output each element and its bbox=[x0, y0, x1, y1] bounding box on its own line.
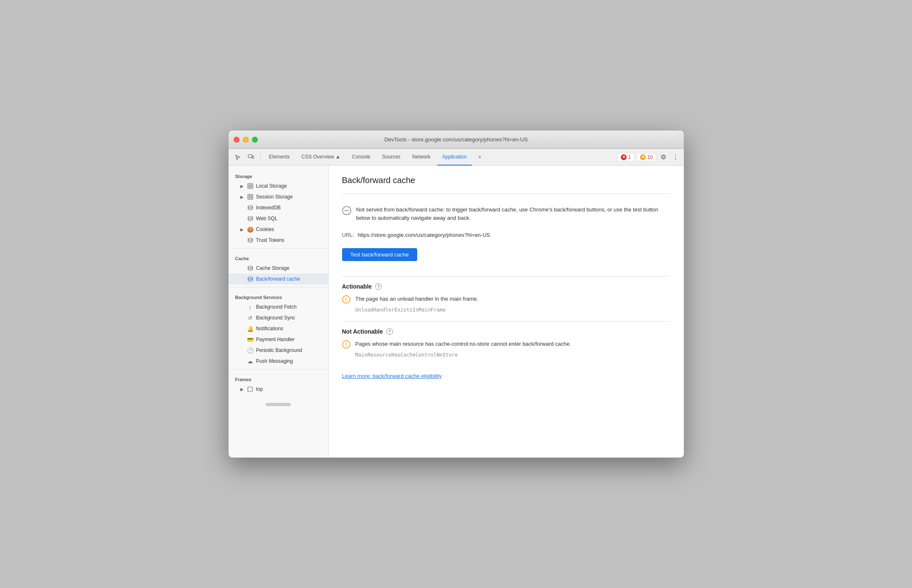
toolbar-separator bbox=[260, 153, 261, 161]
actionable-code: UnloadHandlerExistsInMainFrame bbox=[342, 307, 670, 313]
svg-rect-17 bbox=[248, 387, 252, 392]
url-label: URL: bbox=[342, 232, 355, 238]
close-button[interactable] bbox=[234, 137, 239, 143]
sidebar-item-push-messaging[interactable]: ▶ ☁ Push Messaging bbox=[229, 356, 328, 367]
sidebar-item-periodic-background[interactable]: ▶ 🕐 Periodic Background bbox=[229, 345, 328, 356]
warning-count-badge[interactable]: ✕ 10 bbox=[637, 153, 656, 161]
sidebar-item-payment-handler[interactable]: ▶ 💳 Payment Handler bbox=[229, 334, 328, 345]
info-message: Not served from back/forward cache: to t… bbox=[356, 206, 670, 222]
session-storage-label: Session Storage bbox=[256, 194, 293, 200]
cursor-tool-icon[interactable] bbox=[232, 151, 244, 163]
local-storage-label: Local Storage bbox=[256, 183, 287, 189]
sidebar-item-notifications[interactable]: ▶ 🔔 Notifications bbox=[229, 323, 328, 334]
minimize-button[interactable] bbox=[243, 137, 249, 143]
svg-point-16 bbox=[248, 277, 252, 279]
svg-point-14 bbox=[248, 238, 252, 240]
test-back-forward-button[interactable]: Test back/forward cache bbox=[342, 248, 417, 261]
sidebar-item-back-forward-cache[interactable]: ▶ Back/forward cache bbox=[229, 274, 328, 284]
not-actionable-title: Not Actionable ? bbox=[342, 328, 670, 335]
device-toggle-icon[interactable] bbox=[245, 151, 257, 163]
top-frame-label: top bbox=[256, 386, 263, 392]
notifications-icon: 🔔 bbox=[247, 325, 254, 332]
periodic-background-label: Periodic Background bbox=[256, 347, 302, 353]
sidebar-item-background-fetch[interactable]: ▶ ↕ Background Fetch bbox=[229, 302, 328, 312]
not-actionable-section: Not Actionable ? ! Pages whose main reso… bbox=[342, 328, 670, 358]
actionable-warning-text: The page has an unload handler in the ma… bbox=[355, 295, 479, 303]
sidebar-item-session-storage[interactable]: ▶ Session Storage bbox=[229, 191, 328, 202]
maximize-button[interactable] bbox=[252, 137, 258, 143]
cookies-label: Cookies bbox=[256, 226, 274, 232]
svg-point-12 bbox=[248, 206, 252, 207]
svg-point-13 bbox=[248, 216, 252, 218]
url-value: https://store.google.com/us/category/pho… bbox=[358, 232, 490, 238]
sidebar-item-web-sql[interactable]: ▶ Web SQL bbox=[229, 213, 328, 224]
page-title: Back/forward cache bbox=[342, 176, 670, 185]
web-sql-icon bbox=[247, 215, 254, 222]
error-count-badge[interactable]: ✕ 1 bbox=[617, 153, 634, 161]
periodic-background-icon: 🕐 bbox=[247, 347, 254, 354]
local-storage-icon bbox=[247, 183, 254, 189]
tab-more[interactable]: » bbox=[474, 149, 486, 166]
actionable-help-icon[interactable]: ? bbox=[375, 283, 382, 290]
toolbar-right: ✕ 1 ✕ 10 ⚙ ⋮ bbox=[617, 153, 680, 161]
session-storage-icon bbox=[247, 193, 254, 200]
sidebar-item-local-storage[interactable]: ▶ Local Storage bbox=[229, 181, 328, 191]
svg-rect-7 bbox=[248, 194, 253, 199]
not-actionable-help-icon[interactable]: ? bbox=[386, 328, 393, 335]
sidebar-item-background-sync[interactable]: ▶ ↺ Background Sync bbox=[229, 312, 328, 323]
cache-section-label: Cache bbox=[229, 251, 328, 263]
main-content: Storage ▶ Local Storage ▶ Session Storag… bbox=[229, 166, 684, 457]
tab-console[interactable]: Console bbox=[347, 149, 375, 166]
push-messaging-label: Push Messaging bbox=[256, 358, 293, 364]
divider-2 bbox=[342, 276, 670, 276]
cache-storage-icon bbox=[247, 265, 254, 271]
learn-more-link[interactable]: Learn more: back/forward cache eligibili… bbox=[342, 373, 442, 379]
sidebar-item-cookies[interactable]: ▶ 🍪 Cookies bbox=[229, 224, 328, 235]
payment-handler-icon: 💳 bbox=[247, 336, 254, 343]
window-title: DevTools - store.google.com/us/category/… bbox=[384, 136, 528, 143]
tab-network[interactable]: Network bbox=[407, 149, 436, 166]
tab-application[interactable]: Application bbox=[437, 149, 472, 166]
sidebar-item-cache-storage[interactable]: ▶ Cache Storage bbox=[229, 263, 328, 274]
web-sql-label: Web SQL bbox=[256, 216, 278, 221]
divider-1 bbox=[342, 193, 670, 194]
not-actionable-code: MainResourceHasCacheControlNoStore bbox=[342, 352, 670, 358]
svg-rect-1 bbox=[252, 156, 254, 158]
expand-arrow-icon: ▶ bbox=[240, 195, 244, 199]
actionable-title: Actionable ? bbox=[342, 283, 670, 290]
warning-icon-2: ! bbox=[342, 340, 350, 349]
push-messaging-icon: ☁ bbox=[247, 358, 254, 364]
divider-3 bbox=[342, 321, 670, 322]
traffic-lights bbox=[234, 137, 258, 143]
sidebar-item-trust-tokens[interactable]: ▶ Trust Tokens bbox=[229, 235, 328, 246]
more-options-icon[interactable]: ⋮ bbox=[670, 153, 680, 161]
svg-point-15 bbox=[248, 266, 252, 268]
sidebar-item-indexeddb[interactable]: ▶ IndexedDB bbox=[229, 202, 328, 213]
not-actionable-warning-text: Pages whose main resource has cache-cont… bbox=[355, 340, 571, 348]
bg-services-section-label: Background Services bbox=[229, 290, 328, 302]
cache-storage-label: Cache Storage bbox=[256, 265, 290, 271]
expand-arrow-icon: ▶ bbox=[240, 227, 244, 232]
frame-icon bbox=[247, 386, 254, 392]
indexeddb-icon bbox=[247, 204, 254, 211]
sidebar-item-top-frame[interactable]: ▶ top bbox=[229, 384, 328, 395]
notifications-label: Notifications bbox=[256, 326, 283, 332]
tab-sources[interactable]: Sources bbox=[377, 149, 406, 166]
tab-css-overview[interactable]: CSS Overview ▲ bbox=[297, 149, 345, 166]
back-forward-cache-label: Back/forward cache bbox=[256, 276, 300, 282]
svg-rect-2 bbox=[248, 183, 253, 188]
frames-section-label: Frames bbox=[229, 372, 328, 384]
content-pane: Back/forward cache Not served from back/… bbox=[329, 166, 684, 457]
background-sync-icon: ↺ bbox=[247, 314, 254, 321]
cookies-icon: 🍪 bbox=[247, 226, 254, 233]
background-fetch-icon: ↕ bbox=[247, 304, 254, 310]
url-row: URL: https://store.google.com/us/categor… bbox=[342, 232, 670, 238]
error-icon: ✕ bbox=[621, 154, 627, 160]
back-forward-cache-icon bbox=[247, 276, 254, 282]
indexeddb-label: IndexedDB bbox=[256, 205, 281, 211]
sidebar-scrollbar[interactable] bbox=[266, 403, 291, 406]
trust-tokens-label: Trust Tokens bbox=[256, 237, 285, 243]
tab-elements[interactable]: Elements bbox=[264, 149, 295, 166]
sidebar-divider-2 bbox=[229, 287, 328, 287]
settings-icon[interactable]: ⚙ bbox=[659, 153, 668, 161]
